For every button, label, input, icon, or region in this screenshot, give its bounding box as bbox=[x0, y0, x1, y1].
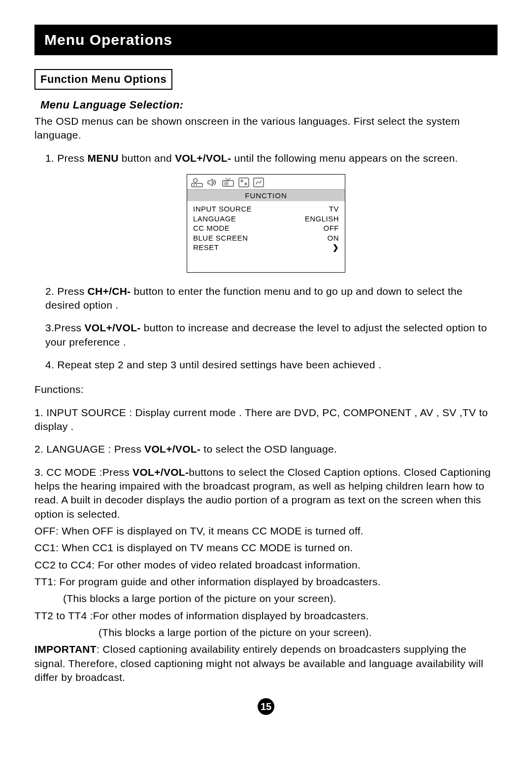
osd-menu-panel: FUNCTION INPUT SOURCE TV LANGUAGE ENGLIS… bbox=[187, 174, 345, 273]
osd-row-label: RESET bbox=[193, 243, 219, 252]
step-4: 4. Repeat step 2 and step 3 until desire… bbox=[45, 358, 498, 372]
cc-tt2-tt4: TT2 to TT4 :For other modes of informati… bbox=[34, 609, 498, 623]
picture-icon bbox=[191, 178, 203, 187]
osd-row-label: LANGUAGE bbox=[193, 214, 236, 224]
svg-point-1 bbox=[194, 185, 195, 186]
step-2: 2. Press CH+/CH- button to enter the fun… bbox=[45, 284, 498, 313]
step3-bold: VOL+/VOL- bbox=[84, 322, 140, 333]
step1-pre: 1. Press bbox=[45, 152, 88, 164]
step-1: 1. Press MENU button and VOL+/VOL- until… bbox=[45, 151, 498, 165]
fn-2: 2. LANGUAGE : Press VOL+/VOL- to select … bbox=[34, 442, 498, 456]
osd-menu-icon-row bbox=[187, 175, 345, 189]
functions-label: Functions: bbox=[34, 383, 498, 396]
svg-marker-4 bbox=[208, 179, 212, 186]
step1-bold1: MENU bbox=[88, 152, 119, 164]
fn-1: 1. INPUT SOURCE : Display current mode .… bbox=[34, 406, 498, 434]
page-number-badge: 15 bbox=[258, 698, 274, 715]
fn-3: 3. CC MODE :Press VOL+/VOL-buttons to se… bbox=[34, 465, 498, 521]
osd-menu-header: FUNCTION bbox=[187, 189, 345, 201]
step3-pre: 3.Press bbox=[45, 322, 84, 333]
osd-row-label: CC MODE bbox=[193, 223, 230, 233]
step1-mid1: button and bbox=[119, 152, 175, 164]
cc-cc1: CC1: When CC1 is displayed on TV means C… bbox=[34, 541, 498, 555]
osd-row-blue-screen: BLUE SCREEN ON bbox=[193, 233, 339, 243]
osd-row-language: LANGUAGE ENGLISH bbox=[193, 214, 339, 224]
cc-cc2-cc4: CC2 to CC4: For other modes of video rel… bbox=[34, 558, 498, 572]
osd-row-input-source: INPUT SOURCE TV bbox=[193, 204, 339, 214]
fn3-pre: 3. CC MODE :Press bbox=[34, 466, 133, 478]
osd-menu-rows: INPUT SOURCE TV LANGUAGE ENGLISH CC MODE… bbox=[187, 201, 345, 272]
intro-text: The OSD menus can be shown onscreen in t… bbox=[34, 114, 498, 142]
step-3: 3.Press VOL+/VOL- button to increase and… bbox=[45, 321, 498, 349]
osd-row-reset: RESET ❯ bbox=[193, 243, 339, 252]
osd-row-label: BLUE SCREEN bbox=[193, 233, 248, 243]
important-note: IMPORTANT: Closed captioning availabilit… bbox=[34, 642, 498, 684]
sub-heading: Menu Language Selection: bbox=[40, 99, 498, 111]
channel-icon bbox=[238, 178, 249, 187]
cc-tt1: TT1: For program guide and other informa… bbox=[34, 575, 498, 589]
svg-point-12 bbox=[241, 180, 243, 182]
osd-row-label: INPUT SOURCE bbox=[193, 204, 252, 214]
fn2-pre: 2. LANGUAGE : Press bbox=[34, 443, 144, 455]
cc-tt2-note: (This blocks a large portion of the pict… bbox=[99, 626, 498, 639]
fn3-bold: VOL+/VOL- bbox=[133, 466, 189, 478]
chevron-right-icon: ❯ bbox=[332, 243, 339, 252]
function-icon bbox=[253, 178, 264, 187]
tv-icon bbox=[222, 178, 234, 187]
osd-row-value: ENGLISH bbox=[305, 214, 339, 224]
sound-icon bbox=[207, 178, 218, 187]
step2-bold: CH+/CH- bbox=[88, 285, 131, 297]
section-label: Function Menu Options bbox=[34, 69, 172, 90]
svg-point-3 bbox=[194, 178, 198, 182]
fn2-bold: VOL+/VOL- bbox=[144, 443, 200, 455]
page-title: Menu Operations bbox=[34, 25, 498, 55]
step1-bold2: VOL+/VOL- bbox=[175, 152, 231, 164]
fn2-post: to select the OSD language. bbox=[200, 443, 337, 455]
svg-point-2 bbox=[196, 185, 197, 186]
svg-line-7 bbox=[228, 178, 231, 180]
osd-row-value: TV bbox=[329, 204, 339, 214]
svg-line-6 bbox=[226, 178, 228, 180]
important-text: : Closed captioning availability entirel… bbox=[34, 643, 483, 683]
osd-row-value: ON bbox=[328, 233, 339, 243]
step1-post: until the following menu appears on the … bbox=[231, 152, 458, 164]
important-label: IMPORTANT bbox=[34, 643, 97, 655]
osd-row-cc-mode: CC MODE OFF bbox=[193, 223, 339, 233]
cc-off: OFF: When OFF is displayed on TV, it mea… bbox=[34, 524, 498, 538]
step2-pre: 2. Press bbox=[45, 285, 88, 297]
svg-point-13 bbox=[245, 183, 247, 185]
osd-row-value: OFF bbox=[324, 223, 339, 233]
svg-rect-11 bbox=[239, 178, 249, 187]
cc-tt1-note: (This blocks a large portion of the pict… bbox=[63, 592, 498, 605]
